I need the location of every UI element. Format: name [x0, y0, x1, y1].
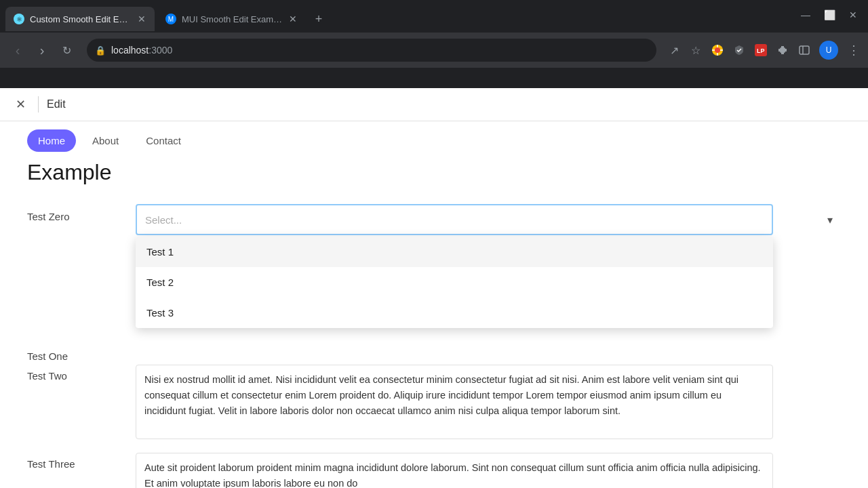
dropdown-option-2[interactable]: Test 2: [136, 267, 773, 298]
svg-text:LP: LP: [757, 47, 765, 54]
nav-bar: ‹ › ↻ 🔒 localhost:3000 ↗ ☆: [0, 33, 868, 68]
shield-extension-icon[interactable]: [732, 43, 746, 57]
address-host: localhost: [111, 45, 149, 56]
select-placeholder: Select...: [145, 214, 182, 226]
field-test-two: Nisi ex nostrud mollit id amet. Nisi inc…: [136, 365, 841, 439]
sidebar-extension-icon[interactable]: [797, 43, 811, 57]
form-row-test-two: Test Two Nisi ex nostrud mollit id amet.…: [27, 365, 841, 439]
address-text: localhost:3000: [111, 45, 648, 56]
minimize-button[interactable]: —: [801, 9, 810, 20]
reload-button[interactable]: ↻: [57, 41, 76, 60]
tab-label: Custom Smooth Edit Example: [30, 14, 132, 24]
profile-avatar[interactable]: U: [819, 41, 838, 60]
svg-rect-4: [800, 46, 809, 54]
nav-about[interactable]: About: [81, 129, 130, 152]
back-button[interactable]: ‹: [8, 41, 27, 60]
tab-label-mui: MUI Smooth Edit Example: [182, 14, 282, 24]
chevron-down-icon: ▾: [827, 214, 833, 226]
back-icon: ‹: [16, 43, 20, 58]
tab-close-button[interactable]: ✕: [137, 14, 146, 24]
textarea-test-two[interactable]: Nisi ex nostrud mollit id amet. Nisi inc…: [136, 365, 773, 439]
textarea-test-two-content: Nisi ex nostrud mollit id amet. Nisi inc…: [144, 372, 764, 420]
reload-icon: ↻: [62, 44, 71, 57]
mui-icon: M: [165, 14, 176, 24]
window-controls: — ⬜ ✕: [801, 9, 857, 20]
toolbar-divider: [38, 96, 39, 113]
browser-chrome: — ⬜ ✕ ⚛ Custom Smooth Edit Example ✕ M M…: [0, 0, 868, 88]
new-tab-button[interactable]: +: [309, 9, 328, 28]
maximize-button[interactable]: ⬜: [824, 9, 835, 20]
page-title: Example: [27, 160, 841, 185]
share-icon[interactable]: ↗: [667, 43, 681, 57]
react-icon: ⚛: [14, 14, 24, 24]
google-extension-icon[interactable]: [711, 43, 724, 57]
label-test-two: Test Two: [27, 365, 122, 382]
select-test-zero[interactable]: Select...: [136, 204, 773, 235]
label-test-one: Test One: [27, 344, 122, 362]
more-options-icon[interactable]: ⋮: [846, 43, 860, 57]
form-row-test-three: Test Three Aute sit proident laborum pro…: [27, 453, 841, 488]
textarea-test-three[interactable]: Aute sit proident laborum proident minim…: [136, 453, 773, 488]
edit-toolbar: ✕ Edit: [0, 88, 868, 121]
tab-close-button-mui[interactable]: ✕: [288, 14, 298, 24]
browser-window: — ⬜ ✕ ⚛ Custom Smooth Edit Example ✕ M M…: [0, 0, 868, 488]
edit-close-button[interactable]: ✕: [11, 95, 30, 114]
edit-label: Edit: [47, 98, 66, 110]
main-area: Example Test Zero Select... ▾ Test 1 Tes…: [0, 160, 868, 488]
lastpass-extension-icon[interactable]: LP: [754, 43, 768, 57]
close-window-button[interactable]: ✕: [849, 9, 857, 20]
address-bar[interactable]: 🔒 localhost:3000: [87, 39, 656, 62]
address-port: :3000: [149, 45, 172, 56]
site-nav: Home About Contact: [0, 121, 868, 160]
page-content: ✕ Edit Home About Contact Example Test Z…: [0, 88, 868, 488]
forward-icon: ›: [40, 43, 45, 58]
form-row-test-zero: Test Zero Select... ▾ Test 1 Test 2 Test…: [27, 204, 841, 235]
label-test-three: Test Three: [27, 453, 122, 470]
lock-icon: 🔒: [95, 45, 106, 56]
nav-home[interactable]: Home: [27, 129, 76, 152]
tab-bar: ⚛ Custom Smooth Edit Example ✕ M MUI Smo…: [0, 0, 868, 33]
bookmark-icon[interactable]: ☆: [689, 43, 703, 57]
tab-custom-smooth[interactable]: ⚛ Custom Smooth Edit Example ✕: [5, 7, 155, 31]
dropdown-option-1[interactable]: Test 1: [136, 237, 773, 267]
puzzle-extension-icon[interactable]: [776, 43, 789, 57]
field-test-zero: Select... ▾ Test 1 Test 2 Test 3: [136, 204, 841, 235]
dropdown-option-3[interactable]: Test 3: [136, 298, 773, 328]
tab-mui-smooth[interactable]: M MUI Smooth Edit Example ✕: [157, 7, 307, 31]
forward-button[interactable]: ›: [33, 41, 52, 60]
nav-actions: ↗ ☆ LP U ⋮: [667, 41, 860, 60]
dropdown-list: Test 1 Test 2 Test 3: [136, 237, 773, 328]
field-test-three: Aute sit proident laborum proident minim…: [136, 453, 841, 488]
select-wrapper: Select... ▾ Test 1 Test 2 Test 3: [136, 204, 841, 235]
svg-point-1: [715, 47, 720, 53]
label-test-zero: Test Zero: [27, 204, 122, 222]
close-icon: ✕: [16, 97, 26, 112]
form-row-test-one: Test One: [27, 344, 841, 362]
nav-contact[interactable]: Contact: [135, 129, 192, 152]
textarea-test-three-content: Aute sit proident laborum proident minim…: [144, 460, 764, 488]
